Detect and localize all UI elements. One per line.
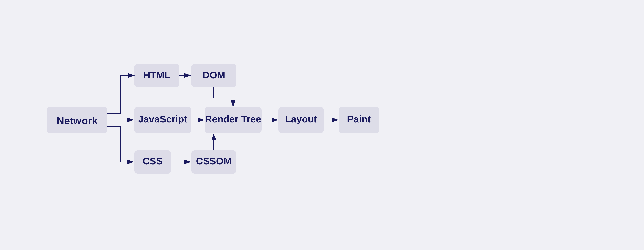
arrow-dom-rendertree: [214, 87, 233, 106]
label-network: Network: [57, 115, 98, 127]
label-paint: Paint: [347, 113, 371, 124]
diagram-svg: Network HTML DOM JavaScript Render Tree …: [37, 33, 607, 217]
label-rendertree: Render Tree: [205, 113, 261, 124]
arrow-network-html: [107, 75, 134, 113]
diagram-container: Network HTML DOM JavaScript Render Tree …: [37, 33, 607, 217]
arrow-network-css: [107, 127, 133, 162]
label-html: HTML: [143, 70, 170, 80]
label-javascript: JavaScript: [138, 113, 187, 124]
label-layout: Layout: [285, 113, 317, 124]
label-dom: DOM: [202, 70, 225, 80]
label-cssom: CSSOM: [196, 156, 232, 167]
label-css: CSS: [142, 156, 162, 167]
